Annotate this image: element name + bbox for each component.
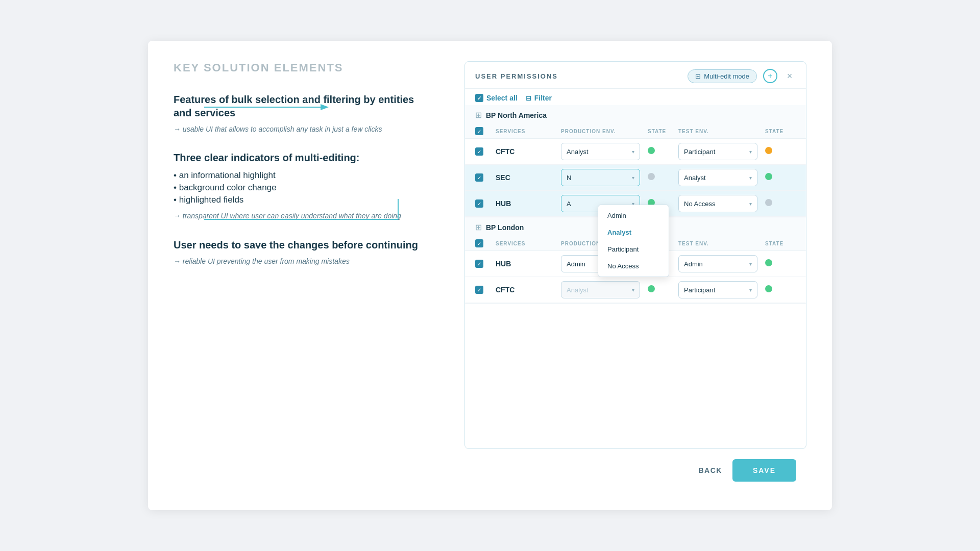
dropdown-item-admin[interactable]: Admin bbox=[598, 207, 669, 224]
table-header-north-america: SERVICES PRODUCTION ENV. STATE TEST ENV.… bbox=[465, 124, 806, 139]
filter-icon: ⊟ bbox=[526, 94, 531, 102]
sec-test-dropdown-arrow: ▾ bbox=[749, 175, 752, 181]
permissions-panel: USER PERMISSIONS ⊞ Multi-edit mode + × bbox=[464, 61, 806, 449]
select-all-label: Select all bbox=[486, 94, 518, 102]
hub-na-service-name: HUB bbox=[496, 199, 561, 208]
sec-prod-env-value: N bbox=[567, 174, 571, 182]
cftc-london-checkbox[interactable] bbox=[475, 286, 483, 294]
hub-london-test-dropdown-arrow: ▾ bbox=[749, 261, 752, 267]
cftc-london-test-state-dot bbox=[765, 285, 772, 292]
bullet-item-2: background color change bbox=[174, 182, 419, 194]
cftc-london-test-env-dropdown[interactable]: Participant ▾ bbox=[678, 281, 757, 298]
table-row-cftc-london: CFTC Analyst ▾ Participant ▾ bbox=[465, 277, 806, 303]
hub-london-service-name: HUB bbox=[496, 260, 561, 268]
hub-na-prod-env-value: A bbox=[567, 200, 571, 208]
cftc-test-env-value: Participant bbox=[684, 148, 715, 156]
sec-test-env-value: Analyst bbox=[684, 174, 706, 182]
select-all-button[interactable]: Select all bbox=[475, 94, 518, 102]
group-name-north-america: BP North America bbox=[486, 111, 547, 119]
cftc-prod-env-value: Analyst bbox=[567, 148, 589, 156]
feature-desc-2: → transparent UI where user can easily u… bbox=[174, 210, 419, 221]
close-icon: × bbox=[787, 71, 793, 82]
hub-na-checkbox[interactable] bbox=[475, 199, 483, 208]
page-container: KEY SOLUTION ELEMENTS Features of bulk s… bbox=[0, 0, 980, 551]
cftc-london-test-dropdown-arrow: ▾ bbox=[749, 287, 752, 293]
header-checkbox-london[interactable] bbox=[475, 239, 483, 247]
sec-test-state-dot bbox=[765, 173, 772, 180]
col-check-london bbox=[475, 239, 496, 247]
dropdown-item-no-access[interactable]: No Access bbox=[598, 258, 669, 274]
hub-na-test-env-value: No Access bbox=[684, 200, 715, 208]
dropdown-menu: Admin Analyst Participant No Access bbox=[598, 205, 669, 277]
cftc-service-name: CFTC bbox=[496, 147, 561, 156]
cftc-prod-state-dot bbox=[648, 147, 655, 154]
plus-icon: + bbox=[768, 71, 772, 81]
sec-prod-state-dot bbox=[648, 173, 655, 180]
panel-title: USER PERMISSIONS bbox=[475, 72, 558, 80]
multi-edit-button[interactable]: ⊞ Multi-edit mode bbox=[688, 69, 757, 83]
cftc-london-prod-state-dot bbox=[648, 285, 655, 292]
sec-prod-dropdown-arrow: ▾ bbox=[632, 175, 634, 181]
back-button[interactable]: BACK bbox=[698, 466, 722, 474]
hub-na-test-dropdown-arrow: ▾ bbox=[749, 201, 752, 207]
header-checkbox[interactable] bbox=[475, 127, 483, 135]
feature-heading-2: Three clear indicators of multi-editing: bbox=[174, 151, 419, 164]
toolbar-row: Select all ⊟ Filter bbox=[465, 89, 806, 105]
cftc-prod-dropdown-arrow: ▾ bbox=[632, 149, 634, 155]
feature-desc-1: → usable UI that allows to accomplish an… bbox=[174, 123, 419, 135]
col-services-london: SERVICES bbox=[496, 241, 561, 246]
bullet-item-1: an informational highlight bbox=[174, 169, 419, 182]
group-icon-london: ⊞ bbox=[475, 222, 482, 232]
select-all-check-icon bbox=[475, 94, 483, 102]
table-row-cftc: CFTC Analyst ▾ Participant ▾ bbox=[465, 139, 806, 165]
cftc-london-test-env-value: Participant bbox=[684, 286, 715, 294]
feature-desc-3: → reliable UI preventing the user from m… bbox=[174, 256, 419, 267]
cftc-test-dropdown-arrow: ▾ bbox=[749, 149, 752, 155]
main-card: KEY SOLUTION ELEMENTS Features of bulk s… bbox=[148, 41, 832, 510]
cftc-london-prod-env-dropdown[interactable]: Analyst ▾ bbox=[561, 281, 640, 298]
feature-heading-1: Features of bulk selection and filtering… bbox=[174, 93, 419, 119]
group-north-america: ⊞ BP North America SERVICES PRODUCTION E… bbox=[465, 105, 806, 217]
dropdown-item-participant[interactable]: Participant bbox=[598, 241, 669, 258]
sec-test-env-dropdown[interactable]: Analyst ▾ bbox=[678, 169, 757, 186]
filter-button[interactable]: ⊟ Filter bbox=[526, 94, 552, 102]
dropdown-item-analyst[interactable]: Analyst bbox=[598, 224, 669, 241]
cftc-checkbox[interactable] bbox=[475, 147, 483, 156]
col-prod-env-1: PRODUCTION ENV. bbox=[561, 129, 648, 134]
hub-london-test-env-value: Admin bbox=[684, 260, 703, 268]
close-button[interactable]: × bbox=[783, 70, 796, 82]
feature-heading-3: User needs to save the changes before co… bbox=[174, 238, 419, 252]
col-test-env-london: TEST ENV. bbox=[678, 241, 765, 246]
group-icon-north-america: ⊞ bbox=[475, 110, 482, 120]
col-services-1: SERVICES bbox=[496, 129, 561, 134]
hub-london-test-state-dot bbox=[765, 259, 772, 266]
cftc-prod-env-dropdown[interactable]: Analyst ▾ bbox=[561, 143, 640, 160]
bullet-item-3: highlighted fields bbox=[174, 194, 419, 206]
col-state-2: STATE bbox=[765, 129, 796, 134]
hub-na-test-state-dot bbox=[765, 199, 772, 206]
table-row-sec: SEC N ▾ Analyst ▾ bbox=[465, 165, 806, 191]
hub-na-test-env-dropdown[interactable]: No Access ▾ bbox=[678, 195, 757, 212]
cftc-test-env-dropdown[interactable]: Participant ▾ bbox=[678, 143, 757, 160]
add-icon-button[interactable]: + bbox=[763, 69, 777, 83]
feature-block-3: User needs to save the changes before co… bbox=[174, 238, 419, 267]
col-state-1: STATE bbox=[648, 129, 678, 134]
cftc-london-prod-dropdown-arrow: ▾ bbox=[632, 287, 634, 293]
page-title: KEY SOLUTION ELEMENTS bbox=[174, 61, 419, 74]
save-button[interactable]: SAVE bbox=[732, 459, 796, 482]
panel-footer: BACK SAVE bbox=[464, 451, 806, 490]
cftc-london-service-name: CFTC bbox=[496, 286, 561, 294]
cftc-london-prod-env-value: Analyst bbox=[567, 286, 589, 294]
col-state-test-london: STATE bbox=[765, 241, 796, 246]
sec-checkbox[interactable] bbox=[475, 173, 483, 182]
sec-prod-env-dropdown[interactable]: N ▾ bbox=[561, 169, 640, 186]
col-test-env-1: TEST ENV. bbox=[678, 129, 765, 134]
left-panel: KEY SOLUTION ELEMENTS Features of bulk s… bbox=[174, 61, 439, 490]
cftc-test-state-dot bbox=[765, 147, 772, 154]
right-panel: USER PERMISSIONS ⊞ Multi-edit mode + × bbox=[439, 61, 806, 490]
hub-london-test-env-dropdown[interactable]: Admin ▾ bbox=[678, 255, 757, 272]
hub-london-prod-env-value: Admin bbox=[567, 260, 585, 268]
hub-london-checkbox[interactable] bbox=[475, 260, 483, 268]
sec-service-name: SEC bbox=[496, 173, 561, 182]
bullet-list: an informational highlight background co… bbox=[174, 169, 419, 206]
